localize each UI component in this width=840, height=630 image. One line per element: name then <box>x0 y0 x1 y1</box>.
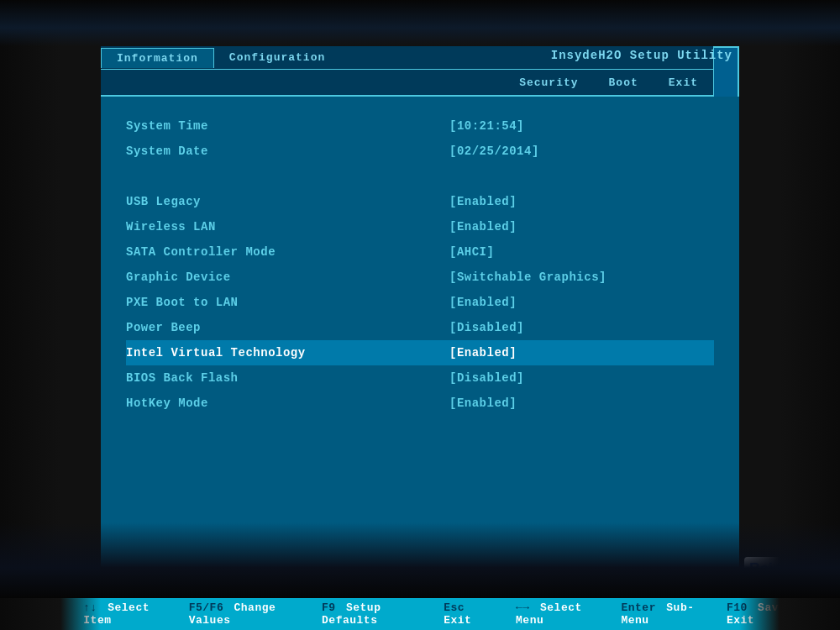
setting-label-system-time: System Time <box>126 113 449 139</box>
table-row[interactable]: BIOS Back Flash [Disabled] <box>126 365 714 391</box>
bios-screen: Information Configuration Security Boot … <box>0 0 840 630</box>
edge-left <box>0 0 101 630</box>
edge-right <box>739 0 840 630</box>
setting-label-hotkey: HotKey Mode <box>126 391 449 416</box>
bottom-select-item: ↑↓ Select Item <box>83 601 163 627</box>
table-row[interactable]: Graphic Device [Switchable Graphics] <box>126 265 714 290</box>
setting-label-graphic: Graphic Device <box>126 265 449 290</box>
table-row[interactable]: System Date [02/25/2014] <box>126 139 714 164</box>
tab-boot[interactable]: Boot <box>594 73 654 92</box>
table-row[interactable]: HotKey Mode [Enabled] <box>126 391 714 416</box>
setting-value-intel-vt: [Enabled] <box>449 340 714 365</box>
setting-label-system-date: System Date <box>126 139 449 164</box>
setting-value-bios-flash: [Disabled] <box>449 365 714 391</box>
spacer <box>126 164 714 189</box>
tab-exit[interactable]: Exit <box>654 73 713 92</box>
tab-configuration[interactable]: Configuration <box>214 48 340 67</box>
setting-label-usb-legacy: USB Legacy <box>126 189 449 214</box>
setting-value-power-beep: [Disabled] <box>449 315 714 340</box>
bottom-esc: Esc Exit <box>444 601 491 627</box>
utility-title: InsydeH2O Setup Utility <box>551 49 732 62</box>
bios-content: System Time [10:21:54] System Date [02/2… <box>101 97 739 567</box>
setting-value-usb-legacy: [Enabled] <box>449 189 714 214</box>
setting-value-system-date: [02/25/2014] <box>449 139 714 164</box>
tab-information[interactable]: Information <box>101 48 214 68</box>
table-row[interactable]: USB Legacy [Enabled] <box>126 189 714 214</box>
table-row[interactable]: PXE Boot to LAN [Enabled] <box>126 290 714 315</box>
setting-label-bios-flash: BIOS Back Flash <box>126 365 449 391</box>
table-row[interactable]: Wireless LAN [Enabled] <box>126 214 714 239</box>
setting-value-sata: [AHCI] <box>449 239 714 265</box>
table-row-selected[interactable]: Intel Virtual Technology [Enabled] <box>126 340 714 365</box>
baidu-paw-icon: 🐾 <box>775 559 794 578</box>
baidu-logo: Bai 🐾 经验 <box>744 557 832 580</box>
bottom-enter: Enter Sub-Menu <box>621 601 701 627</box>
settings-table: System Time [10:21:54] System Date [02/2… <box>126 113 714 416</box>
setting-value-hotkey: [Enabled] <box>449 391 714 416</box>
edge-top <box>0 0 840 46</box>
bottom-defaults: F9 Setup Defaults <box>322 601 418 627</box>
baidu-exp: 经验 <box>796 560 827 577</box>
setting-value-system-time: [10:21:54] <box>449 113 714 139</box>
baidu-url: jingyan.baidu.com <box>757 582 832 592</box>
setting-label-wireless-lan: Wireless LAN <box>126 214 449 239</box>
setting-label-pxe: PXE Boot to LAN <box>126 290 449 315</box>
tab-security[interactable]: Security <box>504 73 593 92</box>
nav-row2: Security Boot Exit <box>101 70 713 95</box>
bottom-select-menu: ←→ Select Menu <box>516 601 596 627</box>
table-row[interactable]: SATA Controller Mode [AHCI] <box>126 239 714 265</box>
setting-label-sata: SATA Controller Mode <box>126 239 449 265</box>
bottom-save: F10 Save and Exit <box>727 601 823 627</box>
bottom-change-values: F5/F6 Change Values <box>189 601 297 627</box>
bottom-bar: F1 Help ↑↓ Select Item F5/F6 Change Valu… <box>0 598 840 630</box>
watermark: Bai 🐾 经验 jingyan.baidu.com <box>744 557 832 592</box>
table-row[interactable]: System Time [10:21:54] <box>126 113 714 139</box>
setting-value-pxe: [Enabled] <box>449 290 714 315</box>
baidu-text: Bai <box>749 560 773 578</box>
setting-value-graphic: [Switchable Graphics] <box>449 265 714 290</box>
setting-value-wireless-lan: [Enabled] <box>449 214 714 239</box>
setting-label-intel-vt: Intel Virtual Technology <box>126 340 449 365</box>
bottom-help: F1 Help <box>17 601 58 627</box>
table-row[interactable]: Power Beep [Disabled] <box>126 315 714 340</box>
setting-label-power-beep: Power Beep <box>126 315 449 340</box>
